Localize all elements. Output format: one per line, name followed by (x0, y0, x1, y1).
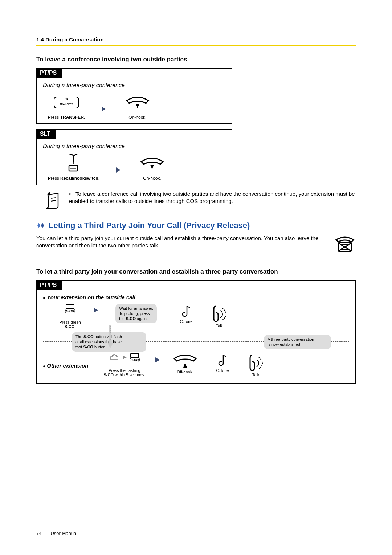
ctone-icon (180, 304, 192, 319)
pt-device-icon (334, 235, 356, 254)
arrow-icon (101, 106, 107, 112)
row2-step1: Press the flashing S-CO within 5 seconds… (104, 368, 146, 377)
sco-label: (S-CO) (65, 309, 75, 313)
arrow-icon (122, 355, 127, 360)
talk-icon (246, 353, 266, 373)
row2-title: Other extension (43, 353, 97, 369)
svg-line-10 (51, 198, 56, 198)
arrow-icon (155, 357, 160, 363)
arrow-icon (115, 167, 121, 173)
offhook-label: Off-hook. (177, 370, 193, 374)
svg-point-3 (73, 162, 74, 164)
privacy-subheading: To let a third party join your conversat… (36, 268, 356, 275)
page-footer: 74 User Manual (36, 530, 77, 537)
note-text: To leave a conference call involving two… (69, 191, 355, 204)
on-hook-icon (125, 95, 150, 110)
talk-label: Talk. (216, 324, 224, 328)
svg-marker-1 (136, 104, 139, 108)
recall-hookswitch-icon (63, 153, 85, 174)
sco-label: (S-CO) (130, 358, 140, 362)
svg-marker-9 (150, 165, 154, 169)
ptps-proc-box: PT/PS During a three-party conference TR… (36, 68, 232, 124)
svg-marker-0 (102, 106, 106, 112)
note-row: •To leave a conference call involving tw… (44, 190, 356, 211)
svg-rect-26 (109, 325, 111, 343)
section-header: 1.4 During a Conversation (36, 36, 356, 42)
privacy-tab: PT/PS (36, 280, 62, 290)
sco-button-icon (130, 353, 139, 358)
slt-subtitle: During a three-party conference (43, 143, 226, 150)
off-hook-icon (172, 353, 198, 370)
svg-marker-25 (183, 362, 187, 368)
privacy-heading: Letting a Third Party Join Your Call (Pr… (36, 221, 356, 230)
on-hook-icon (139, 156, 165, 171)
svg-marker-23 (123, 356, 127, 359)
ptps-tab: PT/PS (36, 68, 62, 78)
svg-marker-22 (94, 308, 98, 313)
svg-point-12 (48, 192, 50, 194)
hand-icon (109, 353, 120, 362)
ctone-label: C.Tone (216, 368, 229, 373)
footer-label: User Manual (50, 531, 77, 536)
svg-marker-8 (116, 167, 121, 173)
yellow-rule (36, 45, 356, 46)
slt-step2-caption: On-hook. (143, 176, 161, 181)
ctone-label: C.Tone (180, 319, 193, 324)
ptps-step2-caption: On-hook. (128, 115, 146, 120)
talk-label: Talk. (252, 373, 261, 377)
row1-step1: Press green S-CO. (59, 320, 81, 329)
svg-marker-15 (41, 223, 44, 228)
ctone-icon (217, 353, 228, 368)
slt-proc-box: SLT During a three-party conference (36, 129, 232, 185)
ptps-subtitle: During a three-party conference (43, 82, 226, 89)
ptps-step1-caption: Press TRANSFER. (48, 115, 85, 120)
privacy-proc-box: PT/PS Your extension on the outside call… (36, 280, 356, 384)
sco-button-icon (66, 304, 74, 309)
svg-marker-34 (107, 343, 113, 348)
arrow-icon (93, 307, 99, 313)
slt-tab: SLT (36, 129, 56, 139)
leave-conf-title: To leave a conference involving two outs… (36, 56, 356, 63)
talk-icon (210, 304, 230, 324)
bullet: • (69, 190, 75, 198)
transfer-button-icon: TRANSFER (54, 97, 79, 108)
slt-step1-caption: Press Recall/hookswitch. (48, 176, 99, 181)
row1-title: Your extension on the outside call (43, 294, 349, 300)
diamond-bullets-icon (36, 222, 46, 229)
divider-right-callout: A three-party conversation is now establ… (264, 335, 331, 349)
svg-marker-14 (37, 223, 40, 228)
svg-rect-4 (69, 165, 78, 171)
down-arrow-icon (106, 325, 115, 350)
svg-marker-24 (155, 357, 160, 362)
footer-divider (46, 530, 46, 537)
privacy-intro: You can let a third party join your curr… (36, 235, 327, 254)
note-icon (44, 190, 62, 211)
svg-line-11 (51, 200, 56, 201)
row1-callout: Wait for an answer. To prolong, press th… (115, 304, 157, 323)
page-number: 74 (36, 531, 41, 536)
